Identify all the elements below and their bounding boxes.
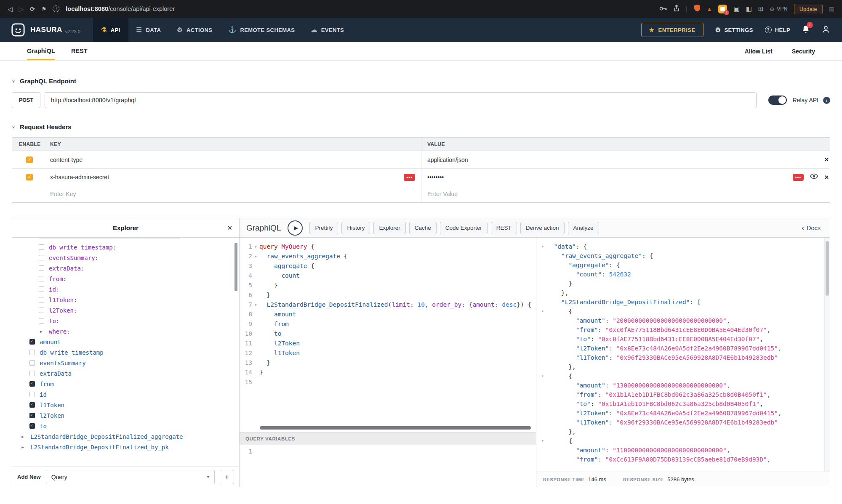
warning-icon[interactable]: ▲ — [707, 6, 712, 12]
enterprise-button[interactable]: ★ ENTERPRISE — [641, 23, 703, 37]
settings-button[interactable]: ⚙ SETTINGS — [715, 26, 753, 34]
add-operation-button[interactable]: + — [220, 470, 234, 484]
expand-arrow-icon[interactable]: ▶ — [21, 435, 24, 439]
bookmark-icon[interactable]: ⚑ — [42, 6, 47, 12]
remove-header-icon[interactable]: ✕ — [824, 157, 829, 163]
explorer-item-l2token-[interactable]: l2Token: — [12, 305, 239, 316]
new-header-key-input[interactable]: Enter Key — [50, 191, 76, 197]
explorer-item-l1token[interactable]: l1Token — [12, 400, 239, 410]
notifications-button[interactable]: 1 — [802, 25, 810, 35]
field-checkbox[interactable] — [39, 265, 44, 271]
explorer-item-extradata-[interactable]: extraData: — [12, 263, 239, 273]
dark-mode-extension-icon[interactable]: ◧ — [746, 5, 752, 13]
field-checkbox-checked[interactable] — [29, 339, 35, 345]
admin-secret-badge[interactable]: ••• — [404, 174, 415, 181]
endpoint-section-header[interactable]: ∨ GraphQL Endpoint — [12, 77, 830, 85]
toolbar-button-analyze[interactable]: Analyze — [568, 222, 599, 234]
vpn-indicator[interactable]: ⊙VPN — [770, 6, 787, 12]
subnav-link-allow-list[interactable]: Allow List — [745, 48, 773, 55]
explorer-item-extradata[interactable]: extraData — [12, 368, 239, 379]
query-variables-header[interactable]: QUERY VARIABLES — [240, 432, 536, 445]
field-checkbox-checked[interactable] — [29, 423, 35, 429]
explorer-item-to-[interactable]: to: — [12, 316, 239, 326]
header-key-input[interactable]: x-hasura-admin-secret — [50, 174, 109, 180]
field-checkbox[interactable] — [39, 308, 44, 313]
nav-item-events[interactable]: ☁EVENTS — [303, 18, 352, 42]
explorer-item-to[interactable]: to — [12, 421, 239, 431]
explorer-item-id[interactable]: id — [12, 389, 239, 400]
operation-type-select[interactable]: Query ▾ — [46, 470, 215, 484]
explorer-item-l2token[interactable]: l2Token — [12, 410, 239, 421]
window-extension-icon[interactable]: ⊞ — [758, 5, 764, 13]
key-icon[interactable] — [659, 5, 667, 13]
toolbar-button-prettify[interactable]: Prettify — [309, 222, 338, 234]
explorer-scrollbar[interactable] — [234, 243, 237, 291]
field-checkbox-checked[interactable] — [29, 381, 35, 387]
site-info-icon[interactable]: i — [53, 5, 59, 12]
explorer-item-l2standardbridge-depositfinalized-aggregate[interactable]: ▶L2StandardBridge_DepositFinalized_aggre… — [12, 431, 239, 442]
menu-icon[interactable]: ☰ — [829, 6, 834, 12]
brave-shield-icon[interactable] — [694, 4, 701, 13]
tab-rest[interactable]: REST — [71, 48, 88, 60]
new-header-value-input[interactable]: Enter Value — [427, 191, 458, 197]
graphql-endpoint-input[interactable]: http://localhost:8080/v1/graphql — [45, 92, 756, 108]
field-checkbox[interactable] — [39, 244, 44, 250]
toolbar-button-rest[interactable]: REST — [491, 222, 517, 234]
field-checkbox[interactable] — [39, 276, 44, 281]
share-icon[interactable] — [674, 5, 679, 13]
extension-icon[interactable]: 1 — [718, 5, 727, 13]
explorer-close-icon[interactable]: ✕ — [227, 224, 232, 232]
reload-button[interactable]: ⟳ — [30, 6, 35, 12]
toolbar-button-code-exporter[interactable]: Code Exporter — [440, 222, 488, 234]
subnav-link-security[interactable]: Security — [792, 48, 815, 55]
expand-arrow-icon[interactable]: ▶ — [40, 329, 42, 334]
toolbar-button-explorer[interactable]: Explorer — [373, 222, 405, 234]
query-variables-editor[interactable]: 1 — [240, 445, 536, 487]
account-button[interactable] — [821, 25, 830, 35]
explorer-item-where-[interactable]: ▶where: — [12, 326, 239, 337]
relay-info-icon[interactable]: i — [823, 97, 830, 104]
explorer-item-db-write-timestamp-[interactable]: db_write_timestamp: — [12, 242, 239, 252]
toolbar-button-cache[interactable]: Cache — [409, 222, 437, 234]
field-checkbox[interactable] — [29, 360, 35, 366]
field-checkbox-checked[interactable] — [29, 413, 35, 418]
header-enable-checkbox[interactable] — [26, 157, 33, 163]
explorer-item-amount[interactable]: amount — [12, 337, 239, 347]
nav-item-remote-schemas[interactable]: ⚓REMOTE SCHEMAS — [220, 18, 303, 42]
explorer-item-eventssummary[interactable]: eventsSummary — [12, 358, 239, 368]
response-viewer[interactable]: ▾ "data": { "raw_events_aggregate": { "a… — [536, 238, 830, 472]
query-editor-pane[interactable]: 1▾query MyQuery {2▾ raw_events_aggregate… — [240, 238, 536, 487]
back-button[interactable]: ◁ — [8, 6, 13, 12]
extension-sync-icon[interactable]: ▣ — [733, 5, 739, 13]
expand-arrow-icon[interactable]: ▶ — [21, 445, 24, 449]
brand-name[interactable]: HASURA — [30, 26, 62, 34]
nav-item-api[interactable]: ⚗API — [93, 18, 128, 42]
field-checkbox[interactable] — [39, 286, 44, 292]
field-checkbox[interactable] — [29, 350, 35, 355]
response-scrollbar-track[interactable] — [824, 238, 830, 472]
explorer-item-from-[interactable]: from: — [12, 273, 239, 284]
http-method-button[interactable]: POST — [12, 92, 40, 108]
field-checkbox[interactable] — [29, 392, 35, 397]
relay-api-toggle[interactable] — [768, 95, 787, 105]
explorer-item-eventssummary-[interactable]: eventsSummary: — [12, 252, 239, 263]
response-scrollbar-thumb[interactable] — [826, 241, 829, 296]
query-editor[interactable]: 1▾query MyQuery {2▾ raw_events_aggregate… — [240, 238, 536, 432]
forward-button[interactable]: ▷ — [19, 6, 24, 12]
explorer-item-db-write-timestamp[interactable]: db_write_timestamp — [12, 347, 239, 358]
nav-item-data[interactable]: ☰DATA — [128, 18, 169, 42]
hasura-logo[interactable] — [11, 23, 25, 37]
editor-horizontal-scrollbar[interactable] — [260, 426, 531, 430]
field-checkbox[interactable] — [29, 371, 35, 376]
field-checkbox[interactable] — [39, 297, 44, 302]
execute-query-button[interactable]: ▶ — [288, 220, 303, 236]
explorer-item-l2standardbridge-depositfinalized-by-pk[interactable]: ▶L2StandardBridge_DepositFinalized_by_pk — [12, 442, 239, 452]
header-value-input[interactable]: application/json — [427, 157, 468, 163]
remove-header-icon[interactable]: ✕ — [824, 174, 829, 180]
toolbar-button-history[interactable]: History — [341, 222, 370, 234]
url-bar[interactable]: localhost:8080/console/api/api-explorer — [66, 5, 175, 12]
explorer-item-l1token-[interactable]: l1Token: — [12, 294, 239, 305]
explorer-item-from[interactable]: from — [12, 379, 239, 389]
header-value-input[interactable]: •••••••• — [427, 174, 444, 180]
help-button[interactable]: ? HELP — [765, 27, 790, 33]
